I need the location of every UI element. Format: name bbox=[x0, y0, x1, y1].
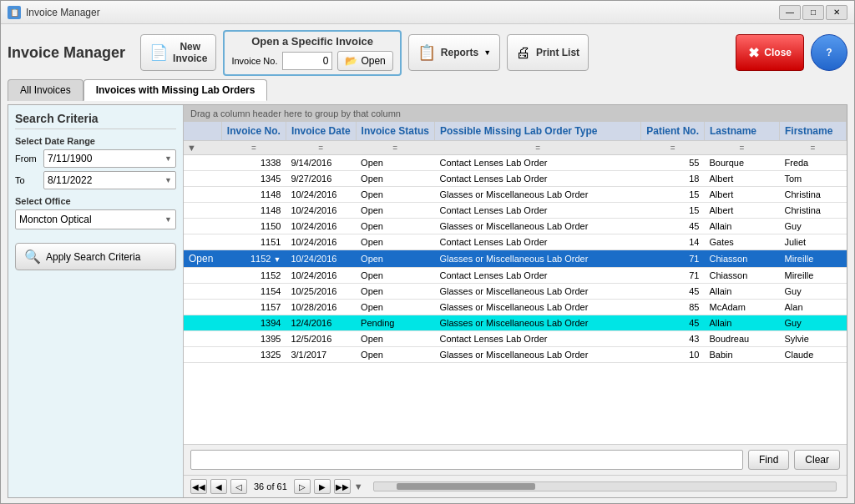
print-list-button[interactable]: 🖨 Print List bbox=[507, 34, 589, 71]
status-cell: Open bbox=[356, 284, 434, 300]
filter-lastname[interactable]: = bbox=[708, 144, 777, 153]
minimize-button[interactable]: — bbox=[779, 5, 801, 20]
col-expand[interactable] bbox=[184, 122, 221, 141]
status-cell: Open bbox=[356, 219, 434, 234]
patient-no-cell: 71 bbox=[641, 268, 705, 284]
row-expand-cell: Open bbox=[184, 250, 221, 268]
grid-search-input[interactable] bbox=[190, 450, 743, 470]
scroll-thumb bbox=[397, 483, 535, 490]
lastname-cell: Chiasson bbox=[705, 268, 780, 284]
title-bar-buttons: — □ ✕ bbox=[779, 5, 847, 20]
table-row[interactable]: 139412/4/2016PendingGlasses or Miscellan… bbox=[184, 315, 847, 331]
patient-no-cell: 45 bbox=[641, 315, 705, 331]
col-lastname[interactable]: Lastname bbox=[705, 122, 780, 141]
tab-all-invoices[interactable]: All Invoices bbox=[8, 79, 83, 101]
open-btn-label: Open bbox=[361, 55, 385, 67]
filter-patient-no[interactable]: = bbox=[645, 144, 701, 153]
status-cell: Open bbox=[356, 250, 434, 268]
table-row[interactable]: 114810/24/2016OpenGlasses or Miscellaneo… bbox=[184, 187, 847, 203]
open-invoice-box: Open a Specific Invoice Invoice No. 📂 Op… bbox=[223, 30, 401, 76]
invoice-no-cell: 1338 bbox=[221, 155, 286, 171]
next-page-button[interactable]: ▷ bbox=[294, 479, 311, 494]
status-cell: Pending bbox=[356, 315, 434, 331]
invoice-no-cell: 1151 bbox=[221, 234, 286, 250]
table-row[interactable]: 115110/24/2016OpenContact Lenses Lab Ord… bbox=[184, 234, 847, 250]
table-row[interactable]: 115010/24/2016OpenGlasses or Miscellaneo… bbox=[184, 219, 847, 234]
table-row[interactable]: 13389/14/2016OpenContact Lenses Lab Orde… bbox=[184, 155, 847, 171]
table-row[interactable]: 115710/28/2016OpenGlasses or Miscellaneo… bbox=[184, 300, 847, 315]
invoice-no-cell: 1325 bbox=[221, 347, 286, 363]
filter-status[interactable]: = bbox=[359, 144, 431, 153]
type-cell: Contact Lenses Lab Order bbox=[434, 234, 640, 250]
row-expand-cell bbox=[184, 347, 221, 363]
col-invoice-status[interactable]: Invoice Status bbox=[356, 122, 434, 141]
col-invoice-date[interactable]: Invoice Date bbox=[286, 122, 356, 141]
horizontal-scrollbar[interactable] bbox=[373, 481, 837, 491]
main-content: Invoice Manager 📄 NewInvoice Open a Spec… bbox=[1, 24, 854, 503]
patient-no-cell: 14 bbox=[641, 234, 705, 250]
row-expand-cell bbox=[184, 171, 221, 187]
tab-missing-lab[interactable]: Invoices with Missing Lab Orders bbox=[83, 79, 268, 101]
table-row[interactable]: 13253/1/2017OpenGlasses or Miscellaneous… bbox=[184, 347, 847, 363]
invoice-date-cell: 10/28/2016 bbox=[286, 300, 356, 315]
invoice-no-cell: 1152 ▼ bbox=[221, 250, 286, 268]
col-patient-no[interactable]: Patient No. bbox=[641, 122, 705, 141]
prev-group-button[interactable]: ◀ bbox=[210, 479, 227, 494]
reports-label: Reports bbox=[441, 47, 478, 58]
col-possible-type[interactable]: Possible Missing Lab Order Type bbox=[434, 122, 640, 141]
clear-button[interactable]: Clear bbox=[794, 450, 840, 470]
col-firstname[interactable]: Firstname bbox=[780, 122, 847, 141]
invoice-no-cell: 1154 bbox=[221, 284, 286, 300]
apply-search-button[interactable]: 🔍 Apply Search Criteria bbox=[15, 243, 176, 270]
help-button[interactable]: ? bbox=[811, 34, 847, 71]
invoice-date-cell: 10/24/2016 bbox=[286, 187, 356, 203]
last-page-button[interactable]: ▶▶ bbox=[334, 479, 351, 494]
firstname-cell: Guy bbox=[780, 219, 847, 234]
firstname-cell: Mireille bbox=[780, 268, 847, 284]
patient-no-cell: 55 bbox=[641, 155, 705, 171]
row-expand-cell bbox=[184, 300, 221, 315]
open-button[interactable]: 📂 Open bbox=[337, 51, 392, 71]
filter-type[interactable]: = bbox=[438, 144, 637, 153]
firstname-cell: Sylvie bbox=[780, 331, 847, 347]
office-select[interactable]: Moncton Optical ▼ bbox=[15, 209, 176, 229]
table-row[interactable]: Open1152 ▼10/24/2016OpenGlasses or Misce… bbox=[184, 250, 847, 268]
type-cell: Contact Lenses Lab Order bbox=[434, 203, 640, 219]
col-invoice-no[interactable]: Invoice No. bbox=[221, 122, 286, 141]
firstname-cell: Guy bbox=[780, 284, 847, 300]
date-range-label: Select Date Range bbox=[15, 136, 176, 146]
table-container[interactable]: Invoice No. Invoice Date Invoice Status … bbox=[184, 122, 847, 444]
from-label: From bbox=[15, 154, 40, 164]
page-info: 36 of 61 bbox=[254, 481, 287, 491]
search-bar: Find Clear bbox=[184, 445, 847, 475]
row-expand-cell bbox=[184, 203, 221, 219]
to-date-input[interactable]: 8/11/2022 ▼ bbox=[43, 171, 176, 189]
from-date-input[interactable]: 7/11/1900 ▼ bbox=[43, 149, 176, 168]
filter-firstname[interactable]: = bbox=[783, 144, 843, 153]
open-invoice-row: Invoice No. 📂 Open bbox=[231, 51, 392, 71]
table-row[interactable]: 115210/24/2016OpenContact Lenses Lab Ord… bbox=[184, 268, 847, 284]
find-button[interactable]: Find bbox=[748, 450, 789, 470]
table-row[interactable]: 139512/5/2016OpenContact Lenses Lab Orde… bbox=[184, 331, 847, 347]
table-row[interactable]: 13459/27/2016OpenContact Lenses Lab Orde… bbox=[184, 171, 847, 187]
firstname-cell: Alan bbox=[780, 300, 847, 315]
first-page-button[interactable]: ◀◀ bbox=[190, 479, 207, 494]
filter-invoice-date[interactable]: = bbox=[289, 144, 352, 153]
pagination-bar: ◀◀ ◀ ◁ 36 of 61 ▷ ▶ ▶▶ ▼ bbox=[184, 475, 847, 497]
lastname-cell: Albert bbox=[705, 171, 780, 187]
close-button[interactable]: ✖ Close bbox=[736, 34, 804, 71]
window-close-button[interactable]: ✕ bbox=[826, 5, 847, 20]
new-invoice-button[interactable]: 📄 NewInvoice bbox=[140, 34, 216, 71]
invoice-no-label: Invoice No. bbox=[231, 56, 277, 66]
table-row[interactable]: 114810/24/2016OpenContact Lenses Lab Ord… bbox=[184, 203, 847, 219]
table-row[interactable]: 115410/25/2016OpenGlasses or Miscellaneo… bbox=[184, 284, 847, 300]
reports-button[interactable]: 📋 Reports ▼ bbox=[408, 34, 500, 71]
invoice-no-input[interactable] bbox=[282, 52, 332, 70]
firstname-cell: Juliet bbox=[780, 234, 847, 250]
prev-page-button[interactable]: ◁ bbox=[230, 479, 247, 494]
maximize-button[interactable]: □ bbox=[802, 5, 824, 20]
content-area: Search Criteria Select Date Range From 7… bbox=[8, 104, 847, 498]
filter-invoice-no[interactable]: = bbox=[225, 144, 282, 153]
next-group-button[interactable]: ▶ bbox=[314, 479, 331, 494]
firstname-cell: Freda bbox=[780, 155, 847, 171]
